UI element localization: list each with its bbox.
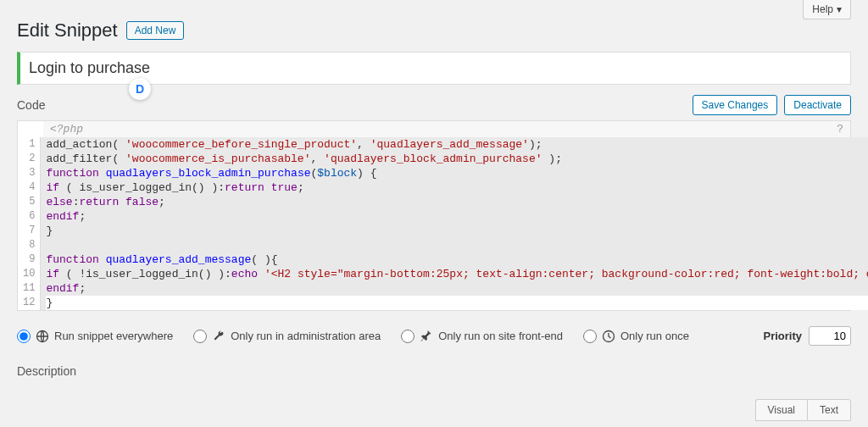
save-changes-button[interactable]: Save Changes — [693, 95, 778, 115]
run-admin-option[interactable]: Only run in administration area — [193, 330, 381, 343]
drift-badge-icon[interactable]: D — [129, 78, 151, 100]
run-everywhere-option[interactable]: Run snippet everywhere — [17, 330, 173, 343]
run-once-radio[interactable] — [583, 330, 597, 343]
run-everywhere-radio[interactable] — [17, 330, 31, 343]
run-admin-radio[interactable] — [193, 330, 207, 343]
help-button[interactable]: Help ▾ — [803, 0, 851, 19]
line-gutter: 123456 789101112 — [18, 137, 41, 310]
add-new-button[interactable]: Add New — [126, 21, 185, 40]
run-once-option[interactable]: Only run once — [583, 330, 689, 343]
priority-group: Priority — [763, 326, 851, 346]
clock-icon — [602, 330, 615, 343]
priority-input[interactable] — [809, 326, 851, 346]
tab-text[interactable]: Text — [807, 399, 851, 421]
pin-icon — [420, 330, 433, 343]
page-header: Edit Snippet Add New — [0, 19, 868, 52]
code-editor[interactable]: <?php 123456 789101112 add_action( 'wooc… — [17, 120, 851, 311]
code-section-label: Code — [17, 98, 45, 112]
run-scope-options: Run snippet everywhere Only run in admin… — [0, 319, 868, 359]
wrench-icon — [212, 330, 225, 343]
run-frontend-option[interactable]: Only run on site front-end — [401, 330, 563, 343]
globe-icon — [36, 330, 49, 343]
description-editor-tabs: Visual Text — [755, 399, 851, 421]
run-frontend-radio[interactable] — [401, 330, 415, 343]
chevron-down-icon: ▾ — [837, 3, 842, 15]
deactivate-button[interactable]: Deactivate — [784, 95, 851, 115]
tab-visual[interactable]: Visual — [755, 399, 807, 421]
php-open-tag: <?php — [43, 121, 850, 137]
help-label: Help — [812, 3, 833, 15]
description-section-label: Description — [0, 359, 868, 388]
code-content[interactable]: add_action( 'woocommerce_before_single_p… — [41, 137, 868, 310]
priority-label: Priority — [763, 330, 802, 342]
page-title: Edit Snippet — [17, 19, 118, 42]
